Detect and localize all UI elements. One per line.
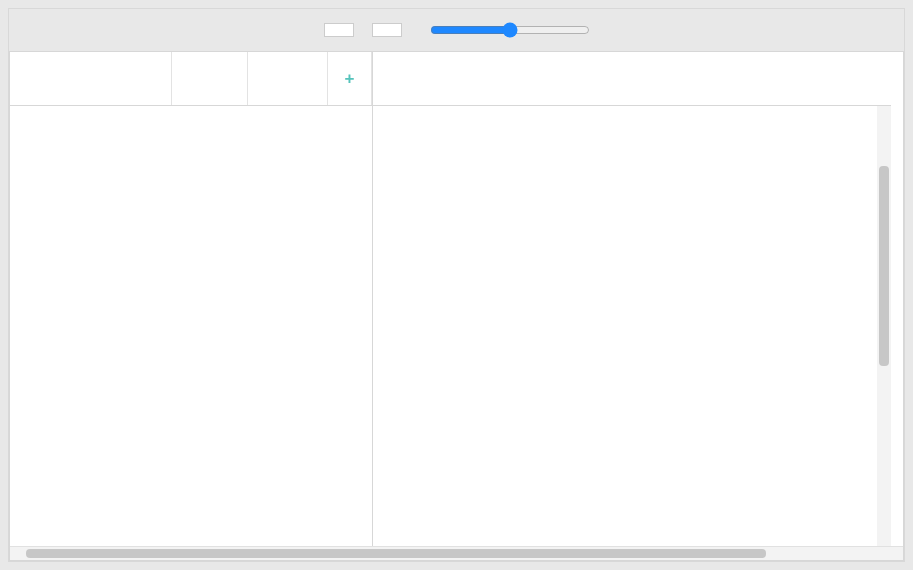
plus-icon[interactable]: + <box>345 70 355 87</box>
scrollbar-thumb[interactable] <box>879 166 889 366</box>
horizontal-scrollbar[interactable] <box>10 546 903 560</box>
timeline <box>373 52 891 546</box>
vertical-scrollbar[interactable] <box>877 106 891 546</box>
expand-all-button[interactable] <box>324 23 354 37</box>
zoom-slider[interactable] <box>430 22 590 38</box>
col-header-add[interactable]: + <box>328 52 372 105</box>
col-header-name <box>10 52 172 105</box>
scrollbar-thumb[interactable] <box>26 549 766 558</box>
grid-header: + <box>10 52 372 106</box>
gantt: + <box>9 51 904 561</box>
task-grid: + <box>10 52 373 546</box>
col-header-duration <box>248 52 328 105</box>
col-header-start <box>172 52 248 105</box>
toolbar <box>9 9 904 51</box>
collapse-all-button[interactable] <box>372 23 402 37</box>
